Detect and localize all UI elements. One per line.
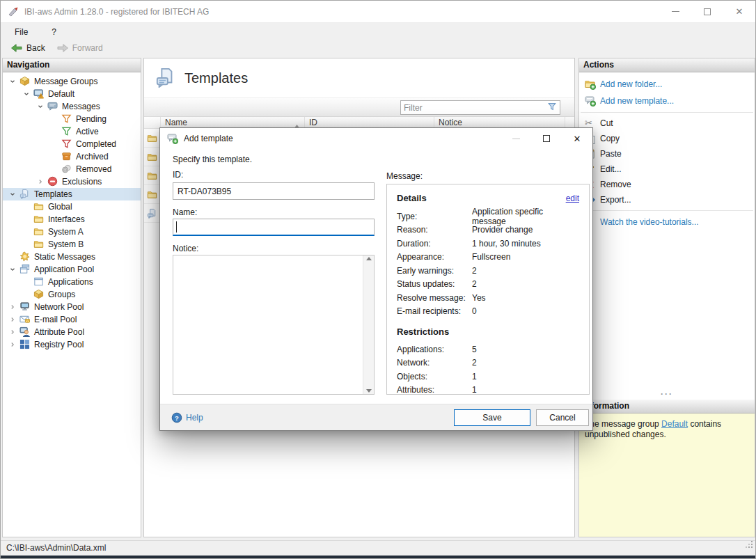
dialog-maximize-button[interactable] — [531, 128, 562, 149]
nav-item-interfaces[interactable]: Interfaces — [3, 213, 141, 226]
nav-item-active[interactable]: Active — [3, 125, 141, 138]
detail-row-e-mail-recipients: E-mail recipients:0 — [397, 305, 579, 319]
action-remove[interactable]: Remove — [579, 177, 755, 192]
app-window: IBI-aws Admin 1.28.0 - registered for IB… — [0, 0, 756, 559]
table-row[interactable] — [144, 204, 160, 223]
name-field[interactable] — [173, 219, 375, 236]
actions-panel: Actions Add new folder...Add new templat… — [578, 58, 755, 537]
nav-item-network-pool[interactable]: Network Pool — [3, 301, 141, 313]
table-row[interactable] — [144, 148, 160, 166]
table-header-id[interactable]: ID — [305, 117, 434, 128]
chevron-right-icon[interactable] — [7, 340, 18, 349]
action-add-new-folder[interactable]: Add new folder... — [579, 76, 755, 93]
tree-item-label: Templates — [33, 189, 72, 199]
nav-item-system-a[interactable]: System A — [3, 226, 141, 238]
detail-label: Appearance: — [397, 252, 472, 262]
detail-value: Fullscreen — [472, 252, 510, 262]
chevron-down-icon[interactable] — [7, 265, 18, 274]
detail-row-objects: Objects:1 — [397, 370, 579, 384]
chevron-right-icon[interactable] — [7, 302, 18, 312]
nav-item-archived[interactable]: Archived — [3, 150, 141, 163]
id-field[interactable] — [173, 182, 375, 200]
action-copy[interactable]: Copy — [579, 131, 755, 146]
detail-row-attributes: Attributes:1 — [397, 384, 579, 397]
chevron-down-icon[interactable] — [7, 77, 18, 86]
folder-icon — [147, 152, 157, 162]
back-button[interactable]: Back — [6, 41, 49, 55]
video-tutorials-link[interactable]: Watch the video-tutorials... — [579, 214, 755, 230]
attribute-icon — [19, 326, 31, 338]
nav-item-message-groups[interactable]: Message Groups — [3, 75, 141, 88]
chevron-down-icon[interactable] — [35, 102, 46, 111]
nav-item-static-messages[interactable]: Static Messages — [3, 251, 141, 263]
action-cut[interactable]: ✂Cut — [579, 116, 755, 131]
nav-item-system-b[interactable]: System B — [3, 238, 141, 251]
filter-funnel-icon[interactable] — [547, 102, 560, 113]
nav-item-application-pool[interactable]: Application Pool — [3, 263, 141, 276]
menu-file[interactable]: File — [12, 26, 31, 38]
forward-arrow-icon — [56, 43, 69, 53]
nav-item-messages[interactable]: Messages — [3, 100, 141, 113]
expander-spacer — [49, 164, 60, 174]
filter-input[interactable] — [401, 103, 547, 113]
nav-item-pending[interactable]: Pending — [3, 113, 141, 125]
scroll-up-icon[interactable] — [366, 257, 372, 260]
dialog-close-button[interactable]: ✕ — [562, 128, 592, 149]
exclusion-icon — [47, 176, 58, 187]
tree-item-label: Interfaces — [47, 214, 85, 224]
action-edit[interactable]: Edit... — [579, 162, 755, 177]
nav-item-removed[interactable]: Removed — [3, 163, 141, 175]
nav-item-registry-pool[interactable]: Registry Pool — [3, 338, 141, 351]
chevron-right-icon[interactable] — [7, 315, 18, 324]
notice-scrollbar[interactable] — [363, 255, 374, 394]
nav-item-applications[interactable]: Applications — [3, 276, 141, 288]
action-paste[interactable]: Paste — [579, 146, 755, 162]
table-header-name[interactable]: Name — [161, 117, 305, 128]
nav-item-global[interactable]: Global — [3, 200, 141, 213]
nav-item-e-mail-pool[interactable]: E-mail Pool — [3, 313, 141, 326]
speech-bubble-icon — [47, 101, 58, 112]
nav-item-groups[interactable]: Groups — [3, 288, 141, 301]
nav-item-attribute-pool[interactable]: Attribute Pool — [3, 326, 141, 338]
expander-spacer — [7, 252, 18, 262]
expander-spacer — [21, 290, 32, 299]
maximize-button[interactable] — [691, 1, 723, 22]
nav-item-default[interactable]: Default — [3, 88, 141, 100]
scroll-down-icon[interactable] — [366, 389, 372, 393]
table-row[interactable] — [144, 185, 160, 204]
chevron-right-icon[interactable] — [35, 177, 46, 187]
navigation-header: Navigation — [3, 58, 141, 72]
panel-splitter[interactable]: ··· — [579, 391, 755, 400]
nav-item-templates[interactable]: Templates — [3, 188, 141, 200]
tree-item-label: Completed — [75, 139, 116, 149]
details-heading: Details — [397, 193, 427, 203]
tree-item-label: Applications — [47, 277, 93, 287]
table-header-notice[interactable]: Notice — [434, 117, 565, 128]
nav-item-completed[interactable]: Completed — [3, 138, 141, 150]
nav-item-exclusions[interactable]: Exclusions — [3, 175, 141, 188]
menu-help[interactable]: ? — [49, 26, 59, 38]
default-group-link[interactable]: Default — [661, 419, 688, 429]
chevron-down-icon[interactable] — [21, 89, 32, 99]
help-link[interactable]: ? Help — [171, 412, 203, 423]
notice-textarea[interactable] — [173, 255, 375, 395]
save-button[interactable]: Save — [454, 409, 530, 426]
add-template-icon — [167, 133, 178, 144]
close-button[interactable]: ✕ — [723, 1, 755, 22]
edit-link[interactable]: edit — [566, 194, 579, 203]
table-row[interactable] — [144, 129, 160, 148]
detail-value: 1 — [472, 372, 477, 381]
cancel-button[interactable]: Cancel — [536, 409, 589, 426]
monitor-warning-icon — [33, 88, 45, 100]
forward-button[interactable]: Forward — [52, 41, 107, 55]
action-add-new-template[interactable]: Add new template... — [579, 93, 755, 109]
folder-icon — [33, 214, 45, 225]
action-export[interactable]: Export... — [579, 192, 755, 207]
chevron-right-icon[interactable] — [7, 327, 18, 337]
minimize-button[interactable] — [659, 1, 691, 22]
titlebar: IBI-aws Admin 1.28.0 - registered for IB… — [1, 1, 755, 23]
actions-header: Actions — [579, 58, 755, 72]
chevron-down-icon[interactable] — [7, 189, 18, 199]
resize-grip-icon[interactable] — [746, 539, 753, 553]
table-row[interactable] — [144, 166, 160, 185]
